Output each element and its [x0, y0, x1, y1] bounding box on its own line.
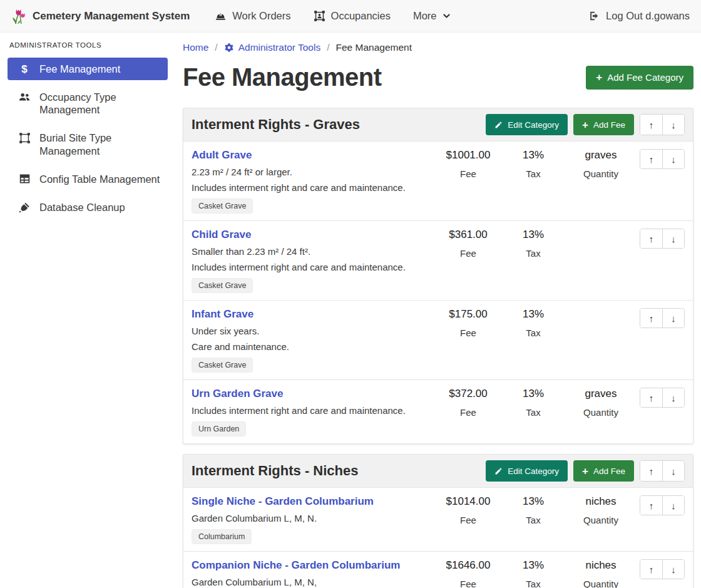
move-fee-down-button[interactable]: ↓: [662, 309, 684, 328]
move-fee-up-button[interactable]: ↑: [640, 560, 662, 579]
fee-amount-column: $1001.00 Fee: [436, 149, 501, 179]
move-fee-down-button[interactable]: ↓: [662, 150, 684, 168]
fee-tax-value: 13%: [501, 149, 566, 162]
fee-name-link[interactable]: Infant Grave: [192, 308, 253, 321]
fee-amount-column: $1014.00 Fee: [436, 495, 501, 525]
move-fee-up-button[interactable]: ↑: [640, 388, 662, 407]
add-fee-button[interactable]: + Add Fee: [573, 114, 634, 135]
nav-occupancies[interactable]: Occupancies: [314, 10, 391, 22]
add-fee-category-button[interactable]: + Add Fee Category: [586, 66, 693, 90]
sidebar-item-label: Burial Site Type Management: [39, 132, 161, 157]
edit-category-button[interactable]: Edit Category: [486, 114, 568, 135]
main-content: Home / Administrator Tools / Fee Managem…: [175, 33, 701, 588]
fee-amount-label: Fee: [436, 168, 501, 179]
nav-work-orders-label: Work Orders: [232, 10, 290, 22]
fee-amount-label: Fee: [436, 328, 501, 338]
fee-tax-value: 13%: [501, 495, 566, 508]
move-fee-down-button[interactable]: ↓: [662, 496, 684, 515]
fee-tax-value: 13%: [501, 308, 566, 321]
category-reorder-group: ↑ ↓: [640, 114, 685, 135]
fee-quantity-value: niches: [566, 495, 636, 508]
fee-tax-column: 13% Tax: [501, 559, 566, 588]
sidebar-item-label: Fee Management: [39, 63, 120, 75]
sidebar: ADMINISTRATOR TOOLS $ Fee Management Occ…: [0, 33, 175, 237]
fee-category-list: Interment Rights - Graves Edit Category …: [183, 108, 693, 588]
move-fee-up-button[interactable]: ↑: [640, 229, 662, 248]
edit-category-button[interactable]: Edit Category: [486, 460, 568, 482]
fee-amount-value: $1646.00: [436, 559, 501, 572]
app-title: Cemetery Management System: [33, 10, 190, 23]
move-fee-up-button[interactable]: ↑: [640, 309, 662, 328]
move-category-down-button[interactable]: ↓: [662, 115, 684, 135]
sidebar-item-config-table[interactable]: Config Table Management: [8, 168, 168, 190]
fee-amount-label: Fee: [436, 248, 501, 259]
fee-details: Child Grave Smaller than 2.23 m² / 24 ft…: [192, 229, 436, 293]
fee-tax-column: 13% Tax: [501, 308, 566, 338]
fee-name-link[interactable]: Companion Niche - Garden Columbarium: [192, 559, 400, 572]
move-category-down-button[interactable]: ↓: [662, 461, 684, 481]
fee-quantity-value: graves: [566, 149, 636, 162]
move-fee-down-button[interactable]: ↓: [662, 229, 684, 248]
add-fee-button[interactable]: + Add Fee: [573, 460, 634, 482]
gear-icon: [224, 43, 234, 53]
fee-tax-column: 13% Tax: [501, 388, 566, 418]
breadcrumb-current: Fee Management: [336, 42, 412, 53]
top-navbar: Cemetery Management System Work Orders: [0, 0, 701, 33]
fee-type-badge: Casket Grave: [192, 278, 253, 293]
pencil-icon: [494, 121, 503, 129]
fee-row: Urn Garden Grave Includes interment righ…: [183, 379, 693, 443]
category-reorder-group: ↑ ↓: [640, 460, 685, 482]
fee-tax-label: Tax: [501, 515, 566, 525]
dollar-icon: $: [18, 63, 31, 75]
move-fee-up-button[interactable]: ↑: [640, 150, 662, 168]
broom-icon: [18, 202, 31, 214]
breadcrumb-home-link[interactable]: Home: [183, 42, 208, 53]
fee-type-badge: Columbarium: [192, 529, 252, 544]
fee-description: Includes interment right and care and ma…: [192, 405, 431, 416]
sidebar-item-label: Occupancy Type Management: [39, 91, 161, 116]
fee-description: Includes interment right and care and ma…: [192, 261, 431, 273]
fee-details: Adult Grave 2.23 m² / 24 ft² or larger. …: [192, 149, 436, 214]
sidebar-item-fee-management[interactable]: $ Fee Management: [8, 58, 168, 80]
fee-quantity-column: niches Quantity: [566, 559, 636, 588]
fee-name-link[interactable]: Urn Garden Grave: [192, 388, 283, 400]
fee-category-card: Interment Rights - Graves Edit Category …: [183, 108, 693, 444]
fee-name-link[interactable]: Single Niche - Garden Columbarium: [192, 495, 374, 508]
move-category-up-button[interactable]: ↑: [640, 115, 662, 135]
fee-name-link[interactable]: Child Grave: [192, 229, 251, 241]
hard-hat-icon: [215, 10, 227, 22]
nav-more[interactable]: More: [413, 10, 451, 22]
fee-reorder-group: ↑ ↓: [640, 559, 685, 579]
move-fee-up-button[interactable]: ↑: [640, 496, 662, 515]
fee-row: Companion Niche - Garden Columbarium Gar…: [183, 551, 693, 588]
fee-description: Garden Columbarium L, M, N,: [192, 576, 431, 588]
edit-category-label: Edit Category: [508, 467, 559, 476]
fee-amount-value: $175.00: [436, 308, 501, 321]
sidebar-item-burial-site-type[interactable]: Burial Site Type Management: [8, 126, 168, 162]
logout-button[interactable]: Log Out d.gowans: [588, 10, 690, 22]
sidebar-item-occupancy-type[interactable]: Occupancy Type Management: [8, 86, 168, 121]
breadcrumb-admin-tools-link[interactable]: Administrator Tools: [224, 42, 321, 53]
fee-amount-column: $175.00 Fee: [436, 308, 501, 338]
fee-description: Care and maintenance.: [192, 341, 431, 353]
add-fee-label: Add Fee: [593, 120, 625, 130]
nav-work-orders[interactable]: Work Orders: [215, 10, 290, 22]
fee-description: Under six years.: [192, 325, 431, 337]
move-fee-down-button[interactable]: ↓: [662, 560, 684, 579]
occupancy-frame-icon: [314, 10, 325, 22]
fee-quantity-column: niches Quantity: [566, 495, 636, 525]
fee-category-card: Interment Rights - Niches Edit Category …: [183, 454, 693, 588]
move-category-up-button[interactable]: ↑: [640, 461, 662, 481]
breadcrumb-admin-tools-label: Administrator Tools: [238, 42, 321, 53]
fee-tax-column: 13% Tax: [501, 229, 566, 259]
plus-icon: +: [582, 120, 588, 130]
sidebar-item-database-cleanup[interactable]: Database Cleanup: [8, 196, 168, 219]
move-fee-down-button[interactable]: ↓: [662, 388, 684, 407]
fee-row: Child Grave Smaller than 2.23 m² / 24 ft…: [183, 220, 693, 300]
tulip-logo-icon: [11, 8, 26, 24]
fee-tax-value: 13%: [501, 388, 566, 400]
pencil-icon: [494, 467, 503, 475]
fee-details: Infant Grave Under six years. Care and m…: [192, 308, 436, 373]
fee-name-link[interactable]: Adult Grave: [192, 149, 252, 162]
fee-description: Garden Columbarium L, M, N.: [192, 512, 431, 524]
